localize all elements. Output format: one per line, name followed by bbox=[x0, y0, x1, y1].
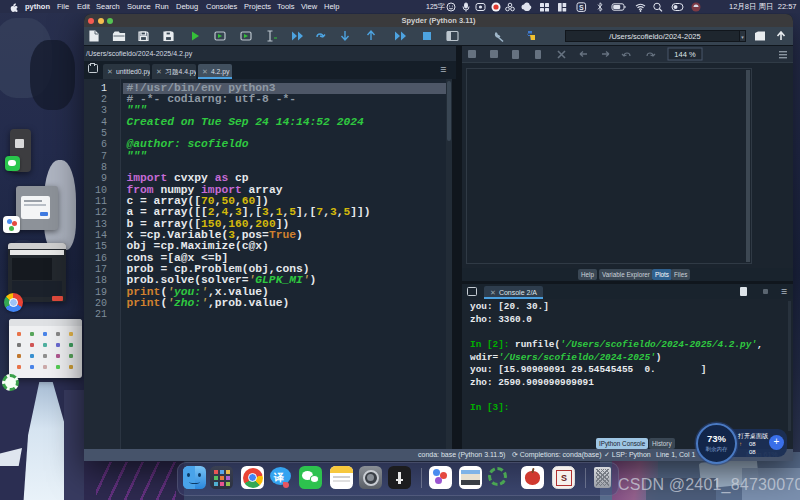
svg-text:144 %: 144 % bbox=[674, 50, 696, 59]
svg-text:S: S bbox=[579, 4, 584, 11]
